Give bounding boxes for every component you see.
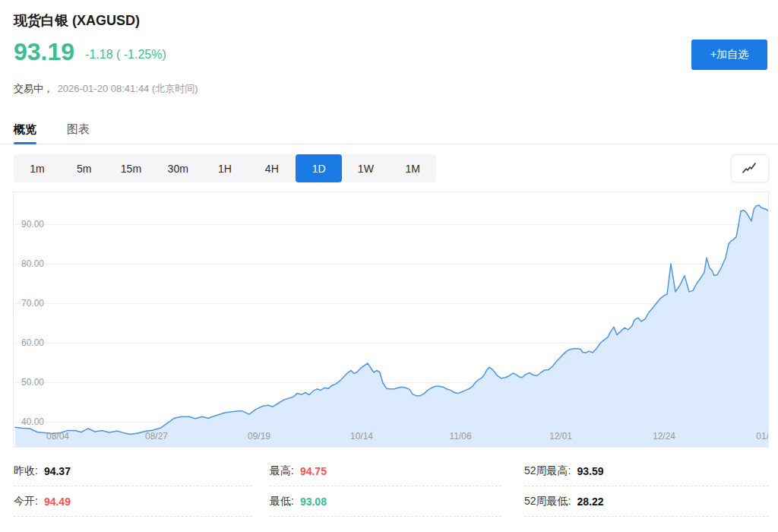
stat-value: 93.08 <box>300 496 327 508</box>
stats-column-1: 昨收: 94.37 今开: 94.49 <box>14 456 252 517</box>
x-axis-label: 12/24 <box>653 431 675 442</box>
price-block: 93.19 -1.18 ( -1.25%) <box>14 40 166 64</box>
stat-label: 52周最低: <box>524 495 571 508</box>
y-axis-label: 70.00 <box>21 297 44 309</box>
x-axis-label: 08/04 <box>46 431 69 442</box>
timeframe-1d[interactable]: 1D <box>296 154 343 182</box>
stat-value: 93.59 <box>577 465 603 477</box>
timeframe-1w[interactable]: 1W <box>342 154 389 182</box>
timeframe-1m[interactable]: 1m <box>14 154 61 182</box>
axis-label-layer: 90.0080.0070.0060.0050.0040.0008/0408/27… <box>14 192 768 447</box>
stat-52w-low: 52周最低: 28.22 <box>524 486 769 517</box>
x-axis-label: 09/19 <box>248 431 270 442</box>
line-chart-icon <box>742 162 758 176</box>
x-axis-label: 10/14 <box>350 431 373 442</box>
stat-high: 最高: 94.75 <box>270 456 501 486</box>
timeframe-5m[interactable]: 5m <box>61 154 108 182</box>
quote-timestamp: 2026-01-20 08:41:44 (北京时间) <box>58 83 198 94</box>
stat-label: 昨收: <box>14 464 38 478</box>
x-axis-label: 12/01 <box>549 431 572 442</box>
stat-value: 94.49 <box>44 496 71 508</box>
stat-prev-close: 昨收: 94.37 <box>14 456 252 486</box>
page-title: 现货白银 (XAGUSD) <box>14 11 140 30</box>
current-price: 93.19 <box>14 40 74 64</box>
stat-52w-high: 52周最高: 93.59 <box>524 456 769 486</box>
stat-label: 最低: <box>270 495 294 508</box>
stats-column-3: 52周最高: 93.59 52周最低: 28.22 <box>524 456 769 517</box>
y-axis-label: 40.00 <box>21 416 44 428</box>
timeframe-4h[interactable]: 4H <box>248 154 296 182</box>
x-axis-label: 11/06 <box>449 431 471 442</box>
timeframe-1h[interactable]: 1H <box>201 154 248 182</box>
timeframe-1m-month[interactable]: 1M <box>389 154 436 182</box>
x-axis-label: 08/27 <box>145 431 168 442</box>
stat-value: 28.22 <box>577 496 603 508</box>
timeframe-15m[interactable]: 15m <box>108 154 155 182</box>
chart-style-button[interactable] <box>731 154 769 182</box>
stats-column-2: 最高: 94.75 最低: 93.08 <box>270 456 501 517</box>
timeframe-selector: 1m 5m 15m 30m 1H 4H 1D 1W 1M <box>14 154 436 182</box>
market-status-row: 交易中， 2026-01-20 08:41:44 (北京时间) <box>14 82 198 96</box>
y-axis-label: 80.00 <box>21 258 44 270</box>
stat-low: 最低: 93.08 <box>270 486 501 517</box>
y-axis-label: 60.00 <box>21 337 44 349</box>
stat-value: 94.75 <box>300 465 327 477</box>
add-watchlist-button[interactable]: +加自选 <box>691 40 767 70</box>
x-axis-label: 01/2 <box>756 431 769 442</box>
stat-label: 最高: <box>270 464 294 478</box>
stat-label: 今开: <box>14 495 38 508</box>
y-axis-label: 50.00 <box>21 376 44 388</box>
price-change: -1.18 ( -1.25%) <box>85 48 166 64</box>
tab-chart[interactable]: 图表 <box>67 116 90 144</box>
timeframe-30m[interactable]: 30m <box>154 154 201 182</box>
stat-label: 52周最高: <box>524 464 571 478</box>
tab-bar: 概览 图表 <box>0 116 778 144</box>
tab-overview[interactable]: 概览 <box>14 116 36 144</box>
market-status: 交易中， <box>14 83 53 94</box>
price-chart[interactable]: 90.0080.0070.0060.0050.0040.0008/0408/27… <box>13 192 769 448</box>
stat-value: 94.37 <box>44 465 71 477</box>
y-axis-label: 90.00 <box>21 218 44 230</box>
stat-open: 今开: 94.49 <box>14 486 252 517</box>
